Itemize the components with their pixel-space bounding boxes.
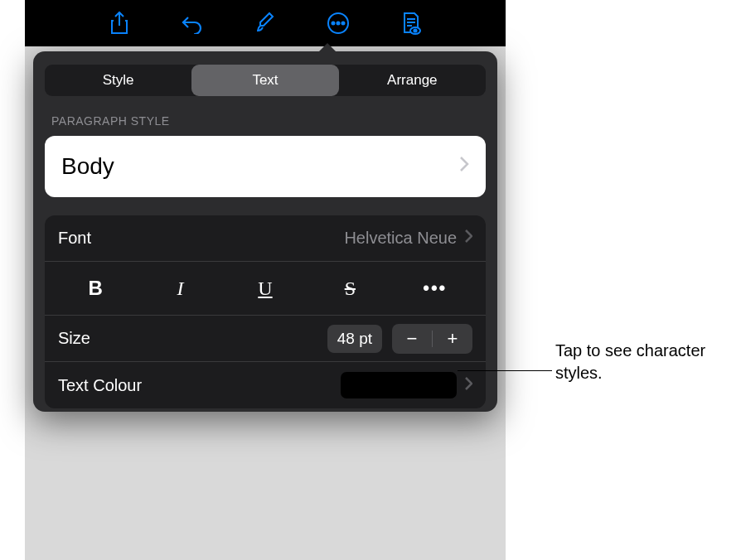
bold-button[interactable]: B bbox=[72, 273, 119, 303]
share-icon[interactable] bbox=[103, 7, 136, 40]
size-decrease-button[interactable]: − bbox=[392, 324, 432, 354]
format-buttons-row: B I U S ••• bbox=[45, 262, 486, 316]
size-increase-button[interactable]: + bbox=[433, 324, 472, 354]
more-text-options-button[interactable]: ••• bbox=[412, 273, 458, 303]
underline-button[interactable]: U bbox=[242, 273, 288, 303]
tab-text[interactable]: Text bbox=[191, 65, 338, 96]
svg-point-2 bbox=[337, 22, 340, 25]
strikethrough-button[interactable]: S bbox=[327, 273, 373, 303]
svg-point-5 bbox=[414, 29, 416, 31]
text-colour-swatch[interactable] bbox=[341, 372, 457, 398]
paragraph-style-heading: PARAGRAPH STYLE bbox=[51, 114, 479, 128]
svg-point-3 bbox=[342, 22, 345, 25]
chevron-right-icon bbox=[465, 377, 472, 394]
format-brush-icon[interactable] bbox=[249, 7, 282, 40]
paragraph-style-selector[interactable]: Body bbox=[45, 136, 486, 197]
text-options-card: Font Helvetica Neue B I U S ••• Size 48 bbox=[45, 215, 486, 408]
paragraph-style-value: Body bbox=[61, 153, 114, 180]
tab-style[interactable]: Style bbox=[45, 65, 191, 96]
popover-arrow bbox=[317, 43, 337, 53]
format-popover: Style Text Arrange PARAGRAPH STYLE Body … bbox=[33, 51, 497, 412]
font-row[interactable]: Font Helvetica Neue bbox=[45, 215, 486, 262]
svg-point-1 bbox=[332, 22, 335, 25]
size-row: Size 48 pt − + bbox=[45, 316, 486, 362]
font-label: Font bbox=[58, 229, 91, 248]
text-colour-row[interactable]: Text Colour bbox=[45, 362, 486, 408]
italic-button[interactable]: I bbox=[157, 273, 204, 303]
size-label: Size bbox=[58, 329, 90, 348]
tab-segment: Style Text Arrange bbox=[45, 65, 486, 96]
tab-arrange-label: Arrange bbox=[387, 72, 437, 89]
tab-text-label: Text bbox=[252, 72, 278, 89]
tab-arrange[interactable]: Arrange bbox=[339, 65, 486, 96]
document-view-icon[interactable] bbox=[395, 7, 428, 40]
tab-style-label: Style bbox=[103, 72, 134, 89]
chevron-right-icon bbox=[465, 229, 472, 247]
callout-leader-line bbox=[458, 370, 552, 371]
chevron-right-icon bbox=[459, 156, 469, 177]
font-value: Helvetica Neue bbox=[344, 229, 457, 248]
callout-text: Tap to see character styles. bbox=[555, 340, 729, 384]
undo-icon[interactable] bbox=[176, 7, 209, 40]
more-icon[interactable] bbox=[322, 7, 355, 40]
text-colour-label: Text Colour bbox=[58, 376, 142, 395]
size-stepper: − + bbox=[392, 324, 472, 354]
top-toolbar bbox=[25, 0, 506, 46]
size-value[interactable]: 48 pt bbox=[327, 325, 382, 353]
